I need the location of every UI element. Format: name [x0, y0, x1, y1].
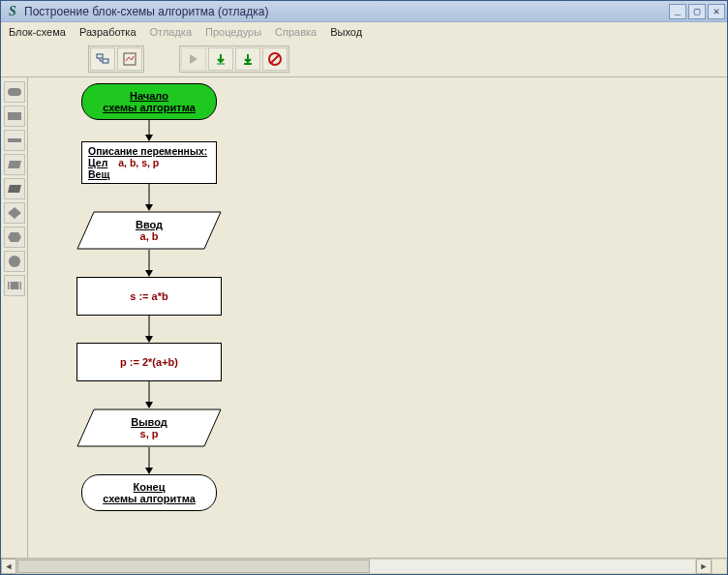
end-line1: Конец	[82, 481, 216, 493]
end-line2: схемы алгоритма	[82, 493, 216, 504]
svg-rect-0	[97, 54, 103, 58]
palette-loop[interactable]	[4, 227, 25, 248]
flow-output[interactable]: Вывод s, p	[67, 409, 231, 447]
content-area: Начало схемы алгоритма Описание переменн…	[1, 76, 727, 559]
app-icon: S	[5, 4, 20, 19]
svg-line-6	[271, 55, 279, 63]
horizontal-scrollbar[interactable]: ◄ ►	[1, 559, 727, 574]
canvas[interactable]: Начало схемы алгоритма Описание переменн…	[28, 77, 727, 558]
title-bar: S Построение блок-схемы алгоритма (отлад…	[1, 1, 727, 22]
maximize-button[interactable]: ▢	[688, 4, 706, 19]
scroll-right-button[interactable]: ►	[696, 559, 712, 574]
flow-proc2[interactable]: p := 2*(a+b)	[67, 343, 231, 381]
menu-bar: Блок-схема Разработка Отладка Процедуры …	[1, 22, 727, 42]
toolbar-group-2	[179, 45, 289, 73]
step-into-icon	[95, 51, 110, 67]
output-title: Вывод	[131, 416, 167, 428]
toolbar-group-1	[88, 45, 144, 73]
step-down-icon	[241, 52, 255, 66]
palette-process[interactable]	[4, 106, 25, 127]
stop-icon	[267, 51, 283, 67]
menu-development[interactable]: Разработка	[79, 26, 136, 38]
input-title: Ввод	[136, 219, 163, 230]
arrow-4	[144, 316, 154, 343]
proc1-text: s := a*b	[130, 290, 167, 302]
declare-real-kw: Вещ	[88, 168, 109, 180]
flow-proc1[interactable]: s := a*b	[67, 277, 231, 316]
palette-decision[interactable]	[4, 202, 25, 224]
arrow-3	[144, 250, 154, 277]
scroll-left-button[interactable]: ◄	[1, 559, 16, 574]
tool-run	[181, 47, 206, 71]
tool-chart-view[interactable]	[117, 47, 142, 71]
menu-debug: Отладка	[150, 26, 192, 38]
svg-point-10	[9, 256, 20, 267]
palette-io[interactable]	[4, 154, 25, 175]
menu-block-diagram[interactable]: Блок-схема	[9, 26, 66, 38]
palette-io-2[interactable]	[4, 178, 25, 199]
arrow-6	[144, 447, 154, 474]
step-over-icon	[214, 52, 228, 66]
declare-int-kw: Цел	[88, 157, 107, 168]
declare-int-vars: a, b, s, p	[118, 157, 159, 168]
svg-rect-2	[124, 53, 136, 65]
scroll-thumb[interactable]	[17, 560, 370, 573]
app-window: S Построение блок-схемы алгоритма (отлад…	[0, 0, 728, 575]
scrollbar-corner	[712, 559, 727, 574]
tool-step-over[interactable]	[208, 47, 233, 71]
menu-procedures: Процедуры	[205, 26, 261, 38]
start-line1: Начало	[82, 90, 216, 102]
tool-stop[interactable]	[262, 47, 288, 71]
svg-rect-7	[8, 88, 21, 96]
menu-help: Справка	[275, 26, 317, 38]
arrow-2	[144, 184, 154, 211]
proc2-text: p := 2*(a+b)	[120, 356, 178, 368]
arrow-1	[144, 120, 154, 141]
palette-terminal[interactable]	[4, 81, 25, 103]
svg-rect-8	[8, 112, 21, 120]
play-icon	[187, 52, 200, 66]
flow-start[interactable]: Начало схемы алгоритма	[67, 83, 231, 120]
svg-rect-1	[103, 59, 108, 63]
flow-declare[interactable]: Описание переменных: Цел a, b, s, p Вещ	[67, 141, 231, 184]
flow-end[interactable]: Конец схемы алгоритма	[67, 474, 231, 511]
palette-subroutine[interactable]	[4, 275, 25, 296]
chart-icon	[122, 51, 137, 67]
svg-rect-9	[8, 138, 21, 142]
tool-step-into[interactable]	[90, 47, 115, 71]
tool-step-down[interactable]	[235, 47, 260, 71]
flow-input[interactable]: Ввод a, b	[67, 211, 231, 250]
scroll-track[interactable]	[16, 559, 696, 574]
arrow-5	[144, 381, 154, 409]
close-button[interactable]: ✕	[708, 4, 725, 19]
output-vars: s, p	[131, 428, 167, 439]
minimize-button[interactable]: _	[669, 4, 686, 19]
palette-connector[interactable]	[4, 251, 25, 272]
palette-rect-flat[interactable]	[4, 130, 25, 151]
toolbar	[1, 42, 727, 76]
menu-exit[interactable]: Выход	[330, 26, 362, 38]
start-line2: схемы алгоритма	[82, 102, 216, 113]
input-vars: a, b	[136, 230, 163, 242]
window-title: Построение блок-схемы алгоритма (отладка…	[24, 5, 667, 18]
shape-palette	[1, 77, 28, 558]
declare-header: Описание переменных:	[88, 145, 210, 157]
